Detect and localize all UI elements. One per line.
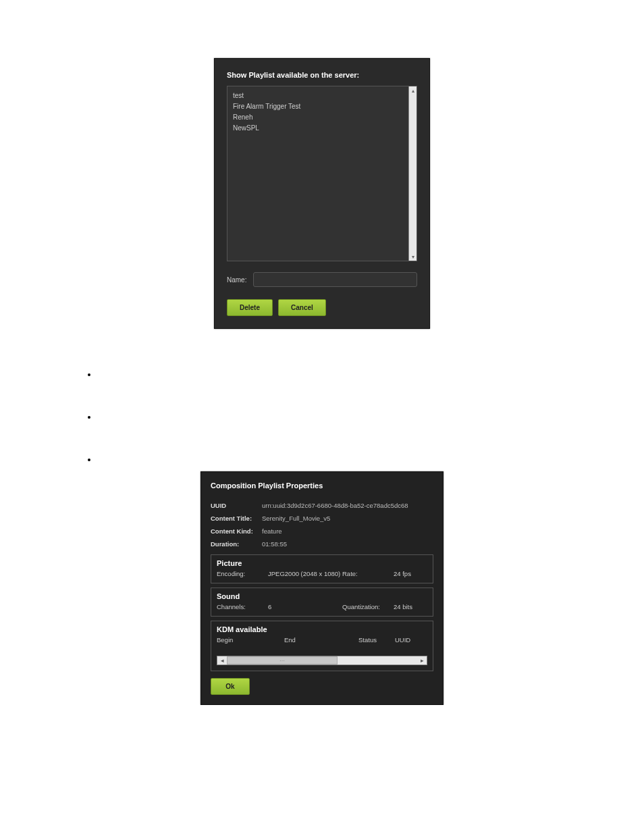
scroll-down-icon[interactable]: ▾ <box>409 253 417 261</box>
quantization-value: 24 bits <box>394 603 427 610</box>
kdm-col-end: End <box>284 636 358 644</box>
quantization-label: Quantization: <box>342 603 394 610</box>
list-item <box>98 454 530 465</box>
kdm-table-header: Begin End Status UUID <box>217 636 427 644</box>
encoding-value: JPEG2000 (2048 x 1080) <box>268 570 342 577</box>
sound-heading: Sound <box>217 592 427 600</box>
list-item <box>98 369 530 380</box>
hscroll-thumb[interactable]: ⋯ <box>227 656 338 664</box>
hscroll-track[interactable]: ⋯ <box>227 656 417 664</box>
rate-value: 24 fps <box>394 570 427 577</box>
list-item[interactable]: Reneh <box>233 112 403 123</box>
duration-row: Duration: 01:58:55 <box>211 538 433 550</box>
content-kind-row: Content Kind: feature <box>211 525 433 538</box>
playlist-listbox-container: test Fire Alarm Trigger Test Reneh NewSP… <box>227 86 417 261</box>
content-kind-value: feature <box>262 527 282 535</box>
name-label: Name: <box>227 276 246 284</box>
horizontal-scrollbar[interactable]: ◂ ⋯ ▸ <box>217 656 427 665</box>
name-input[interactable] <box>253 272 417 287</box>
kdm-col-status: Status <box>358 636 395 644</box>
cpl-properties-dialog: Composition Playlist Properties UUID urn… <box>200 471 444 705</box>
kdm-section: KDM available Begin End Status UUID ◂ ⋯ … <box>211 621 433 671</box>
list-item[interactable]: Fire Alarm Trigger Test <box>233 101 403 112</box>
ok-row: Ok <box>211 678 433 695</box>
vertical-scrollbar[interactable]: ▴ ▾ <box>408 86 417 261</box>
list-item[interactable]: NewSPL <box>233 123 403 134</box>
channels-value: 6 <box>268 603 342 610</box>
scroll-up-icon[interactable]: ▴ <box>409 86 417 95</box>
show-playlist-title: Show Playlist available on the server: <box>227 71 417 79</box>
content-title-value: Serenity_Full_Movie_v5 <box>262 515 330 522</box>
uuid-value: urn:uuid:3d9d2c67-6680-48d8-ba52-ce78adc… <box>262 502 408 509</box>
cancel-button[interactable]: Cancel <box>278 299 326 316</box>
ok-button[interactable]: Ok <box>211 678 250 695</box>
sound-row: Channels: 6 Quantization: 24 bits <box>217 603 427 610</box>
kdm-col-begin: Begin <box>217 636 284 644</box>
delete-button[interactable]: Delete <box>227 299 273 316</box>
picture-section: Picture Encoding: JPEG2000 (2048 x 1080)… <box>211 554 433 583</box>
show-playlist-dialog: Show Playlist available on the server: t… <box>214 58 430 329</box>
sound-section: Sound Channels: 6 Quantization: 24 bits <box>211 588 433 617</box>
scroll-left-icon[interactable]: ◂ <box>217 657 227 664</box>
content-kind-label: Content Kind: <box>211 527 262 535</box>
picture-row: Encoding: JPEG2000 (2048 x 1080) Rate: 2… <box>217 570 427 577</box>
picture-heading: Picture <box>217 559 427 567</box>
channels-label: Channels: <box>217 603 268 610</box>
document-bullet-list <box>98 369 530 465</box>
name-row: Name: <box>227 272 417 287</box>
scroll-track[interactable] <box>409 95 417 253</box>
uuid-label: UUID <box>211 502 262 509</box>
playlist-listbox[interactable]: test Fire Alarm Trigger Test Reneh NewSP… <box>227 86 408 261</box>
kdm-heading: KDM available <box>217 625 427 633</box>
scroll-right-icon[interactable]: ▸ <box>417 657 427 664</box>
rate-label: Rate: <box>342 570 394 577</box>
content-title-row: Content Title: Serenity_Full_Movie_v5 <box>211 512 433 525</box>
list-item <box>98 412 530 422</box>
cpl-properties-title: Composition Playlist Properties <box>211 481 433 490</box>
duration-value: 01:58:55 <box>262 540 287 548</box>
kdm-col-uuid: UUID <box>395 636 427 644</box>
list-item[interactable]: test <box>233 90 403 101</box>
duration-label: Duration: <box>211 540 262 548</box>
encoding-label: Encoding: <box>217 570 268 577</box>
uuid-row: UUID urn:uuid:3d9d2c67-6680-48d8-ba52-ce… <box>211 499 433 512</box>
button-row: Delete Cancel <box>227 299 417 316</box>
content-title-label: Content Title: <box>211 515 262 522</box>
